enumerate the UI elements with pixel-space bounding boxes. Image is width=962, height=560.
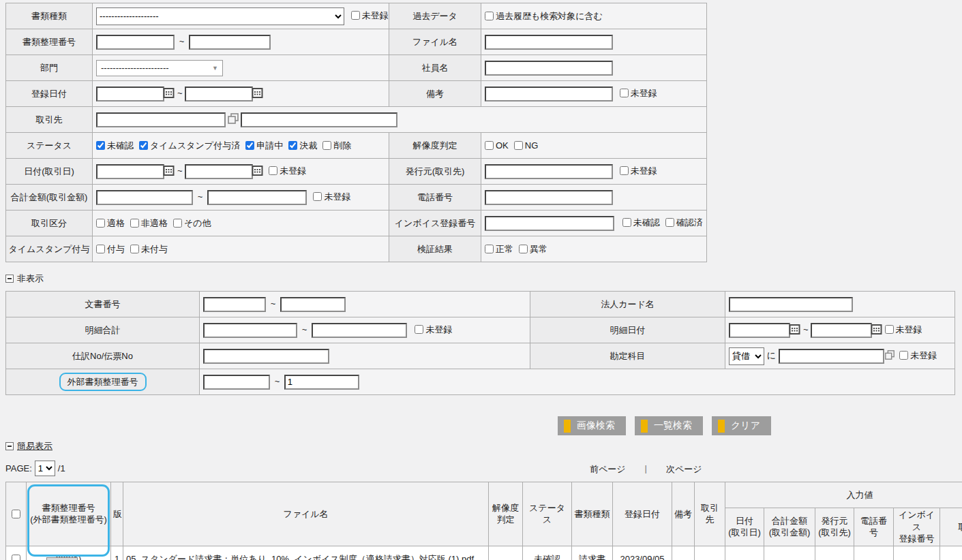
doc-no-from-input[interactable] (96, 35, 175, 50)
status-checkbox-timestamped[interactable] (139, 141, 148, 150)
doc-type-unregistered[interactable]: 未登録 (351, 10, 389, 20)
resolution-checkbox-ng[interactable] (514, 141, 523, 150)
external-no-to-input[interactable] (284, 375, 359, 390)
verify-checkbox-normal[interactable] (485, 245, 494, 253)
calendar-icon[interactable] (789, 327, 800, 337)
corp-card-input[interactable] (729, 297, 853, 312)
trans-class-checkbox-other[interactable] (173, 219, 182, 228)
detail-date-unregistered-checkbox[interactable] (885, 325, 894, 334)
detail-date-unregistered[interactable]: 未登録 (885, 324, 922, 335)
employee-input[interactable] (485, 61, 613, 76)
past-data-option[interactable]: 過去履歴も検索対象に含む (485, 11, 603, 21)
timestamp-checkbox-granted[interactable] (96, 245, 105, 253)
issuer-unregistered[interactable]: 未登録 (620, 166, 657, 176)
trans-class-option-nonqualified[interactable]: 非適格 (130, 218, 168, 228)
select-all-checkbox[interactable] (12, 510, 20, 518)
remarks-unregistered[interactable]: 未登録 (620, 88, 657, 98)
page-select[interactable]: 1 (35, 461, 55, 476)
invoice-checkbox-unconfirmed[interactable] (622, 218, 631, 227)
row-checkbox[interactable] (12, 555, 20, 560)
calendar-icon[interactable] (252, 168, 263, 178)
trans-date-to-input[interactable] (185, 164, 253, 179)
resolution-option-ng[interactable]: NG (514, 140, 539, 151)
doc-type-unregistered-checkbox[interactable] (351, 11, 360, 20)
status-option-deleted[interactable]: 削除 (322, 140, 351, 151)
copy-icon[interactable] (227, 116, 239, 127)
partner-name-input[interactable] (241, 112, 397, 127)
trans-date-unregistered-checkbox[interactable] (269, 166, 277, 175)
hidden-section-toggle[interactable]: 非表示 (5, 273, 44, 285)
detail-total-from-input[interactable] (203, 323, 297, 338)
partner-code-input[interactable] (96, 112, 226, 127)
status-option-timestamped[interactable]: タイムスタンプ付与済 (139, 140, 240, 151)
calendar-icon[interactable] (163, 91, 175, 101)
reg-date-from-input[interactable] (96, 87, 164, 102)
trans-class-option-other[interactable]: その他 (173, 218, 211, 228)
doc-no-to-input[interactable] (189, 35, 271, 50)
detail-total-unregistered[interactable]: 未登録 (415, 324, 452, 335)
calendar-icon[interactable] (252, 91, 263, 101)
account-unregistered[interactable]: 未登録 (899, 350, 937, 360)
issuer-unregistered-checkbox[interactable] (620, 166, 629, 175)
invoice-option-unconfirmed[interactable]: 未確認 (622, 217, 660, 228)
calendar-icon[interactable] (871, 327, 882, 337)
invoice-input[interactable] (485, 216, 614, 231)
calendar-icon[interactable] (163, 168, 175, 178)
trans-date-from-input[interactable] (96, 164, 164, 179)
doc-type-select[interactable]: -------------------- (96, 7, 344, 25)
account-unregistered-checkbox[interactable] (899, 351, 908, 360)
clear-button[interactable]: クリア (712, 416, 771, 435)
issuer-input[interactable] (485, 164, 613, 179)
timestamp-option-notgranted[interactable]: 未付与 (130, 244, 168, 254)
prev-page-link[interactable]: 前ページ (590, 463, 626, 476)
verify-option-normal[interactable]: 正常 (485, 244, 513, 254)
status-checkbox-approved[interactable] (288, 141, 297, 150)
trans-class-checkbox-nonqualified[interactable] (130, 219, 139, 228)
copy-icon[interactable] (884, 352, 895, 362)
status-checkbox-applying[interactable] (245, 141, 254, 150)
remarks-input[interactable] (485, 87, 613, 102)
trans-date-unregistered[interactable]: 未登録 (269, 166, 306, 176)
resolution-option-ok[interactable]: OK (485, 140, 509, 151)
detail-date-to-input[interactable] (811, 323, 872, 338)
amount-unregistered[interactable]: 未登録 (313, 191, 350, 202)
status-option-approved[interactable]: 決裁 (288, 140, 317, 151)
timestamp-option-granted[interactable]: 付与 (96, 244, 125, 254)
bunsho-no-from-input[interactable] (203, 297, 266, 312)
amount-unregistered-checkbox[interactable] (313, 192, 322, 201)
simple-view-toggle[interactable]: 簡易表示 (5, 440, 52, 452)
verify-option-abnormal[interactable]: 異常 (519, 244, 547, 254)
image-search-button[interactable]: 画像検索 (558, 416, 626, 435)
status-checkbox-unconfirmed[interactable] (96, 141, 105, 150)
next-page-link[interactable]: 次ページ (666, 463, 702, 476)
reg-date-to-input[interactable] (185, 87, 253, 102)
status-option-applying[interactable]: 申請中 (245, 140, 283, 151)
simple-view-toggle-label[interactable]: 簡易表示 (17, 440, 52, 452)
timestamp-checkbox-notgranted[interactable] (130, 245, 139, 253)
journal-no-input[interactable] (203, 349, 329, 364)
external-no-from-input[interactable] (203, 375, 270, 390)
past-data-checkbox[interactable] (485, 12, 494, 20)
account-input[interactable] (779, 349, 884, 364)
status-option-unconfirmed[interactable]: 未確認 (96, 140, 134, 151)
collapse-minus-icon[interactable] (5, 275, 14, 283)
file-name-input[interactable] (485, 35, 613, 50)
amount-to-input[interactable] (207, 190, 307, 205)
amount-from-input[interactable] (96, 190, 193, 205)
detail-total-unregistered-checkbox[interactable] (415, 325, 423, 334)
resolution-checkbox-ok[interactable] (485, 141, 494, 150)
account-side-select[interactable]: 貸借 (729, 347, 764, 365)
verify-checkbox-abnormal[interactable] (519, 245, 528, 253)
detail-date-from-input[interactable] (729, 323, 790, 338)
list-search-button[interactable]: 一覧検索 (635, 416, 703, 435)
bunsho-no-to-input[interactable] (280, 297, 346, 312)
trans-class-checkbox-qualified[interactable] (96, 219, 105, 228)
collapse-minus-icon[interactable] (5, 442, 14, 450)
invoice-checkbox-confirmed[interactable] (665, 218, 674, 227)
phone-input[interactable] (485, 190, 613, 205)
status-checkbox-deleted[interactable] (322, 141, 331, 150)
trans-class-option-qualified[interactable]: 適格 (96, 218, 125, 228)
department-combobox[interactable]: ----------------------- ▼ (96, 60, 223, 76)
detail-total-to-input[interactable] (312, 323, 407, 338)
invoice-option-confirmed[interactable]: 確認済 (665, 217, 703, 228)
